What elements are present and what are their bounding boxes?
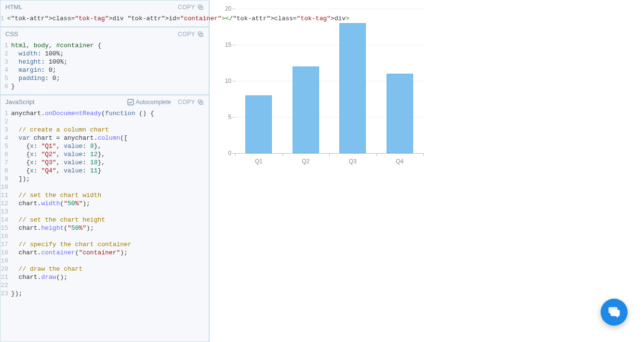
line-number: 5 <box>0 142 11 150</box>
css-code-area[interactable]: 1html, body, #container {2 width: 100%;3… <box>0 40 209 94</box>
code-line: 10 <box>0 183 209 191</box>
line-number: 18 <box>0 249 11 257</box>
code-text: } <box>11 82 15 91</box>
html-copy-button[interactable]: COPY <box>178 4 204 11</box>
line-number: 4 <box>0 66 11 74</box>
chart-bar[interactable] <box>387 74 413 153</box>
code-text: width: 100%; <box>11 50 64 58</box>
code-line: 11 // set the chart width <box>0 191 209 199</box>
code-text: var chart = anychart.column([ <box>11 134 128 142</box>
line-number: 22 <box>0 281 11 289</box>
line-number: 5 <box>0 74 11 82</box>
code-line: 6} <box>0 82 209 91</box>
chart-plot-area: 05101520Q1Q2Q3Q4 <box>235 9 423 153</box>
line-number: 3 <box>0 58 11 66</box>
code-text: }); <box>11 289 22 298</box>
chart-xtickmark <box>329 153 330 156</box>
code-line: 18 chart.container("container"); <box>0 249 209 257</box>
line-number: 23 <box>0 289 11 298</box>
js-copy-button[interactable]: COPY <box>178 99 204 105</box>
chart-bar[interactable] <box>245 95 272 153</box>
chart-xtickmark <box>235 153 236 156</box>
copy-icon <box>197 31 204 38</box>
code-line: 17 // specify the chart container <box>0 240 209 249</box>
code-text: // draw the chart <box>11 265 82 273</box>
line-number: 9 <box>0 175 11 183</box>
line-number: 16 <box>0 232 11 240</box>
code-line: 7 {x: "Q3", value: 18}, <box>0 158 209 167</box>
code-text: chart.container("container"); <box>11 249 128 257</box>
code-text: html, body, #container { <box>11 41 101 50</box>
code-line: 8 {x: "Q4", value: 11} <box>0 167 209 175</box>
code-line: 3 // create a column chart <box>0 126 209 134</box>
chart-xtickmark <box>423 153 424 156</box>
code-line: 6 {x: "Q2", value: 12}, <box>0 150 209 158</box>
code-line: 14 // set the chart height <box>0 216 209 224</box>
line-number: 1 <box>0 41 11 50</box>
line-number: 14 <box>0 216 11 224</box>
line-number: 8 <box>0 167 11 175</box>
copy-label: COPY <box>178 99 195 105</box>
code-line: 16 <box>0 232 209 240</box>
chart-bar[interactable] <box>293 66 319 153</box>
code-text: padding: 0; <box>11 74 60 82</box>
autocomplete-toggle[interactable]: Autocomplete <box>127 99 171 105</box>
code-text: {x: "Q1", value: 8}, <box>11 142 101 150</box>
code-text: {x: "Q3", value: 18}, <box>11 158 105 167</box>
line-number: 11 <box>0 191 11 199</box>
code-line: 22 <box>0 281 209 289</box>
code-line: 15 chart.height("50%"); <box>0 224 209 232</box>
chart-ytick-label: 5 <box>228 114 235 120</box>
line-number: 1 <box>0 109 11 118</box>
code-line: 23}); <box>0 289 209 298</box>
code-text: {x: "Q2", value: 12}, <box>11 150 105 158</box>
code-line: 4 var chart = anychart.column([ <box>0 134 209 142</box>
code-editor-sidebar: HTML COPY 1<"tok-attr">class="tok-tag">d… <box>0 0 210 342</box>
output-pane: 05101520Q1Q2Q3Q4 <box>210 0 644 342</box>
code-text: // set the chart height <box>11 216 105 224</box>
code-text: {x: "Q4", value: 11} <box>11 167 101 175</box>
line-number: 6 <box>0 82 11 91</box>
line-number: 21 <box>0 273 11 281</box>
chart-bar[interactable] <box>339 23 366 153</box>
code-line: 1<"tok-attr">class="tok-tag">div "tok-at… <box>0 14 209 23</box>
copy-label: COPY <box>178 4 195 11</box>
line-number: 19 <box>0 257 11 265</box>
code-line: 9 ]); <box>0 175 209 183</box>
line-number: 15 <box>0 224 11 232</box>
line-number: 20 <box>0 265 11 273</box>
chart-ytick-label: 10 <box>225 78 235 84</box>
code-text: // set the chart width <box>11 191 101 199</box>
code-line: 5 {x: "Q1", value: 8}, <box>0 142 209 150</box>
code-text: margin: 0; <box>11 66 56 74</box>
chart: 05101520Q1Q2Q3Q4 <box>214 0 426 171</box>
css-panel: CSS COPY 1html, body, #container {2 widt… <box>0 27 209 95</box>
code-line: 5 padding: 0; <box>0 74 209 82</box>
css-panel-title: CSS <box>5 30 18 38</box>
line-number: 1 <box>0 14 7 23</box>
chart-ytick-label: 20 <box>225 5 235 12</box>
code-line: 21 chart.draw(); <box>0 273 209 281</box>
line-number: 12 <box>0 199 11 208</box>
chat-icon <box>607 305 621 319</box>
chart-xtick-label: Q3 <box>349 153 357 165</box>
svg-rect-4 <box>128 99 133 105</box>
css-copy-button[interactable]: COPY <box>178 31 204 38</box>
code-line: 2 width: 100%; <box>0 50 209 58</box>
chat-fab-button[interactable] <box>601 299 628 326</box>
code-text: anychart.onDocumentReady(function () { <box>11 109 154 118</box>
chart-ytick-label: 0 <box>228 150 235 157</box>
chart-gridline <box>235 9 423 9</box>
copy-icon <box>197 99 204 105</box>
chart-xtick-label: Q4 <box>396 153 403 165</box>
line-number: 6 <box>0 150 11 158</box>
js-code-area[interactable]: 1anychart.onDocumentReady(function () {2… <box>0 108 209 302</box>
code-text: ]); <box>11 175 30 183</box>
code-line: 19 <box>0 257 209 265</box>
chart-xtick-label: Q2 <box>302 153 309 165</box>
chart-gridline <box>235 45 423 45</box>
code-line: 1anychart.onDocumentReady(function () { <box>0 109 209 118</box>
code-text: height: 100%; <box>11 58 67 66</box>
code-line: 2 <box>0 118 209 126</box>
html-code-area[interactable]: 1<"tok-attr">class="tok-tag">div "tok-at… <box>0 13 209 26</box>
